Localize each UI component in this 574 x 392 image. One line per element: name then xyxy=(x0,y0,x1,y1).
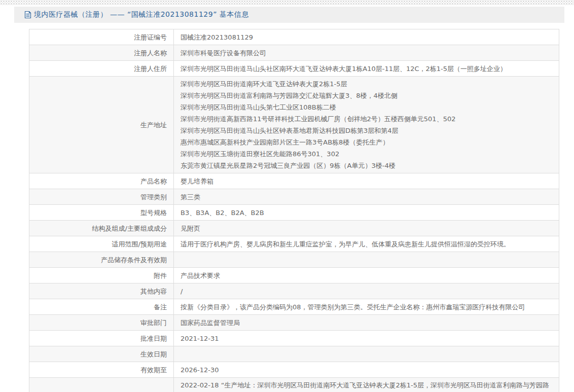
table-row: 管理类别 第三类 xyxy=(29,189,559,205)
row-value: 2026-12-30 xyxy=(174,362,559,377)
row-label: 产品储存条件及有效期 xyxy=(29,252,174,267)
row-value: 深圳市光明区马田街道南环大道飞亚达钟表大厦2栋1-5层 深圳市光明区马田街道富利… xyxy=(174,77,559,173)
table-row: 生效日期 xyxy=(29,346,559,362)
row-label: 结构及组成/主要组成成分 xyxy=(29,221,174,236)
row-value: 国械注准20213081129 xyxy=(174,29,559,45)
row-label: 批准日期 xyxy=(29,331,174,346)
row-label: 注册人住所 xyxy=(29,61,174,76)
row-label: 注册人名称 xyxy=(29,45,174,60)
address-line: 惠州市惠城区高新科技产业园南部片区主一路3号AB栋8楼（委托生产） xyxy=(181,136,552,148)
document-icon xyxy=(24,11,31,19)
row-value: 2021-12-31 xyxy=(174,331,559,346)
table-row: 产品名称 婴儿培养箱 xyxy=(29,173,559,189)
row-label: 注册证编号 xyxy=(29,29,174,45)
row-value: 按新《分类目录》，该产品分类编码为08，管理类别为第三类。受托生产企业名称：惠州… xyxy=(174,299,559,314)
table-row: 批准日期 2021-12-31 xyxy=(29,331,559,346)
row-label: 适用范围/预期用途 xyxy=(29,236,174,252)
row-value: 第三类 xyxy=(174,189,559,204)
row-label: 生产地址 xyxy=(29,77,174,173)
table-row: 审批部门 国家药品监督管理局 xyxy=(29,315,559,331)
table-row: 注册人名称 深圳市科曼医疗设备有限公司 xyxy=(29,45,559,61)
address-line: 深圳市光明街道高新西路11号研祥科技工业园机械厂房（创祥地2号）五楼西侧单元50… xyxy=(181,113,552,125)
address-line: 深圳市光明区玉塘街道田寮社区先能路86号301、302 xyxy=(181,148,552,160)
row-label: 生效日期 xyxy=(29,346,174,362)
row-label xyxy=(29,378,174,392)
row-label: 产品名称 xyxy=(29,173,174,189)
address-line: 深圳市光明区马田街道马山头第七工业区108B栋二楼 xyxy=(181,101,552,113)
page-header: 境内医疗器械（注册） —— “国械注准20213081129” 基本信息 xyxy=(14,7,564,23)
row-value: 国家药品监督管理局 xyxy=(174,315,559,330)
row-value: 适用于医疗机构产房、婴儿病房和新生儿重症监护室，为早产儿、低体重及病患新生儿提供… xyxy=(174,236,559,252)
page-title: 境内医疗器械（注册） —— “国械注准20213081129” 基本信息 xyxy=(34,10,249,19)
row-value: 深圳市光明区马田街道马山头社区南环大道飞亚达钟表大厦1栋A10层-11层、12C… xyxy=(174,61,559,76)
table-row: 附件 产品技术要求 xyxy=(29,268,559,283)
address-line: 深圳市光明区马田街道马山头社区钟表基地君斯达科技园D栋第3层和第4层 xyxy=(181,125,552,136)
row-value: 产品技术要求 xyxy=(174,268,559,283)
row-label: 审批部门 xyxy=(29,315,174,330)
table-row: 备注 按新《分类目录》，该产品分类编码为08，管理类别为第三类。受托生产企业名称… xyxy=(29,299,559,315)
table-row: 注册证编号 国械注准20213081129 xyxy=(29,29,559,45)
address-line: 东莞市黄江镇星光辰星路2号冠城三良产业园（区）9栋（A单元）3楼-4楼 xyxy=(181,160,552,171)
address-line: 深圳市光明区马田街道富利南路与芳园路交汇处瑞辉大厦3、8楼，4楼北侧 xyxy=(181,90,552,101)
table-row: 适用范围/预期用途 适用于医疗机构产房、婴儿病房和新生儿重症监护室，为早产儿、低… xyxy=(29,236,559,252)
row-label: 其他内容 xyxy=(29,283,174,299)
row-value xyxy=(174,252,559,267)
row-value: 2022-02-18 “生产地址：深圳市光明区马田街道南环大道飞亚达钟表大厦2栋… xyxy=(174,378,559,392)
row-label: 型号规格 xyxy=(29,205,174,220)
table-row: 2022-02-18 “生产地址：深圳市光明区马田街道南环大道飞亚达钟表大厦2栋… xyxy=(29,378,559,392)
row-value: B3、B3A、B2、B2A、B2B xyxy=(174,205,559,220)
address-line: 深圳市光明区马田街道南环大道飞亚达钟表大厦2栋1-5层 xyxy=(181,78,552,90)
table-row: 注册人住所 深圳市光明区马田街道马山头社区南环大道飞亚达钟表大厦1栋A10层-1… xyxy=(29,61,559,77)
registration-info-table: 注册证编号 国械注准20213081129 注册人名称 深圳市科曼医疗设备有限公… xyxy=(29,29,559,392)
dotted-texture-strip xyxy=(0,0,574,5)
row-value: / xyxy=(174,283,559,299)
row-value: 见附页 xyxy=(174,221,559,236)
table-row: 其他内容 / xyxy=(29,283,559,299)
row-label: 附件 xyxy=(29,268,174,283)
row-label: 有效期至 xyxy=(29,362,174,377)
table-row: 型号规格 B3、B3A、B2、B2A、B2B xyxy=(29,205,559,221)
row-value: 婴儿培养箱 xyxy=(174,173,559,189)
row-value xyxy=(174,346,559,362)
table-row: 结构及组成/主要组成成分 见附页 xyxy=(29,221,559,236)
row-label: 备注 xyxy=(29,299,174,314)
row-value: 深圳市科曼医疗设备有限公司 xyxy=(174,45,559,60)
row-label: 管理类别 xyxy=(29,189,174,204)
table-row: 有效期至 2026-12-30 xyxy=(29,362,559,378)
table-row: 生产地址 深圳市光明区马田街道南环大道飞亚达钟表大厦2栋1-5层 深圳市光明区马… xyxy=(29,77,559,173)
table-row: 产品储存条件及有效期 xyxy=(29,252,559,268)
